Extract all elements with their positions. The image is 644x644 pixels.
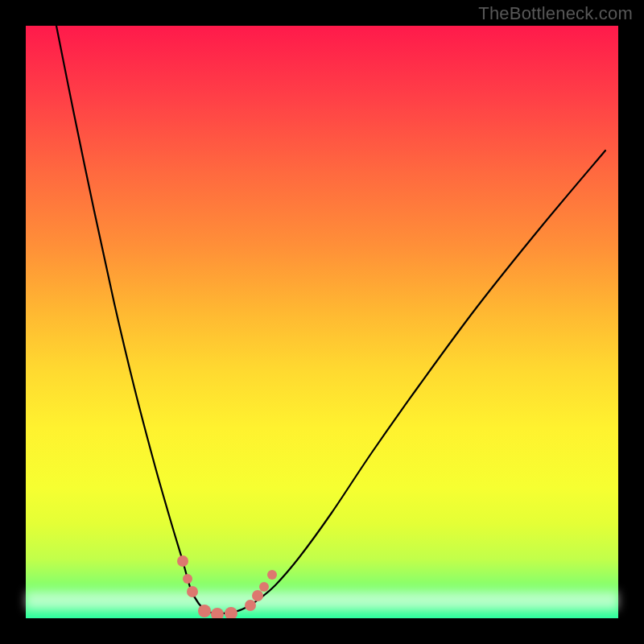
marker-point (259, 582, 269, 592)
watermark-text: TheBottleneck.com (478, 3, 633, 24)
marker-point (177, 555, 188, 567)
marker-point (187, 586, 198, 597)
marker-point (252, 590, 263, 601)
marker-point (225, 607, 237, 618)
plot-area (26, 26, 618, 618)
outer-frame: TheBottleneck.com (0, 0, 644, 644)
marker-point (198, 605, 211, 617)
bottleneck-curve (56, 26, 605, 613)
marker-point (211, 608, 224, 618)
curve-layer (26, 26, 618, 618)
marker-point (183, 574, 192, 584)
optimal-markers (177, 555, 277, 618)
marker-point (267, 570, 277, 580)
marker-point (245, 600, 256, 611)
